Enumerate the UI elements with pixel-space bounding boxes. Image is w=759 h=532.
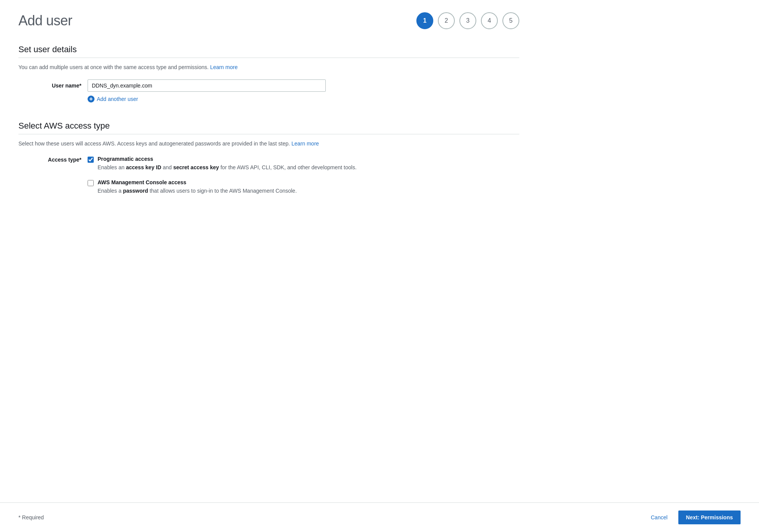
username-input[interactable] xyxy=(88,79,326,92)
programmatic-access-title: Programmatic access xyxy=(98,156,519,162)
user-details-section: Set user details You can add multiple us… xyxy=(18,45,519,102)
cancel-button[interactable]: Cancel xyxy=(646,511,672,524)
step-4: 4 xyxy=(481,12,498,29)
programmatic-access-checkbox[interactable] xyxy=(88,157,94,163)
username-label: User name* xyxy=(18,79,88,89)
required-note: * Required xyxy=(18,514,44,520)
footer-actions: Cancel Next: Permissions xyxy=(646,511,741,524)
section-divider-2 xyxy=(18,134,519,134)
programmatic-access-description: Enables an access key ID and secret acce… xyxy=(98,164,519,172)
console-access-option: AWS Management Console access Enables a … xyxy=(88,179,519,195)
step-3: 3 xyxy=(459,12,476,29)
page-header: Add user 1 2 3 4 5 xyxy=(18,12,519,29)
username-controls: + Add another user xyxy=(88,79,326,102)
user-details-title: Set user details xyxy=(18,45,519,55)
access-type-section: Select AWS access type Select how these … xyxy=(18,121,519,203)
step-5: 5 xyxy=(502,12,519,29)
user-details-learn-more-link[interactable]: Learn more xyxy=(210,64,238,70)
access-type-label: Access type* xyxy=(18,156,88,163)
page-footer: * Required Cancel Next: Permissions xyxy=(0,502,759,532)
step-2: 2 xyxy=(438,12,455,29)
add-icon: + xyxy=(88,96,94,102)
access-type-description: Select how these users will access AWS. … xyxy=(18,140,519,147)
step-indicators: 1 2 3 4 5 xyxy=(416,12,519,29)
username-form-row: User name* + Add another user xyxy=(18,79,519,102)
access-type-options: Programmatic access Enables an access ke… xyxy=(88,156,519,203)
access-type-row: Access type* Programmatic access Enables… xyxy=(18,156,519,203)
console-access-checkbox[interactable] xyxy=(88,180,94,186)
add-another-user-button[interactable]: + Add another user xyxy=(88,96,138,102)
section-divider-1 xyxy=(18,58,519,58)
programmatic-access-option: Programmatic access Enables an access ke… xyxy=(88,156,519,172)
access-type-learn-more-link[interactable]: Learn more xyxy=(292,140,319,147)
next-permissions-button[interactable]: Next: Permissions xyxy=(678,511,741,524)
page-title: Add user xyxy=(18,13,72,29)
user-details-description: You can add multiple users at once with … xyxy=(18,64,519,70)
console-access-description: Enables a password that allows users to … xyxy=(98,187,519,195)
step-1: 1 xyxy=(416,12,433,29)
console-access-title: AWS Management Console access xyxy=(98,179,519,185)
access-type-title: Select AWS access type xyxy=(18,121,519,131)
